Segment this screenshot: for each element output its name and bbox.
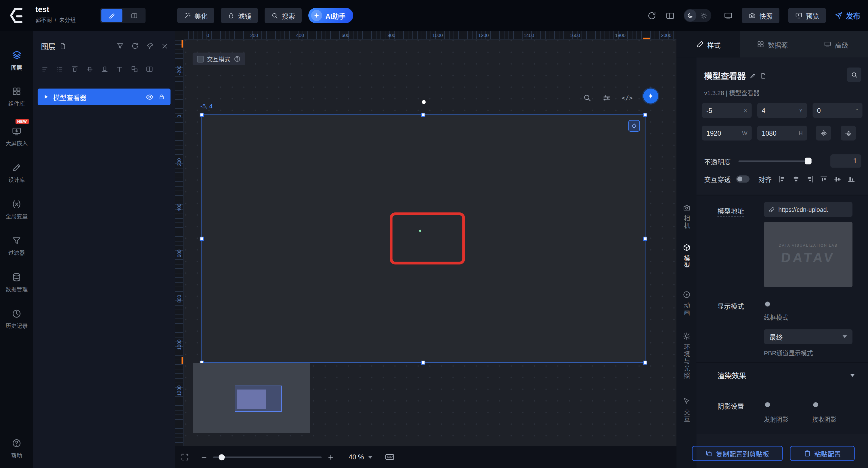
- align-top-icon[interactable]: [71, 65, 79, 73]
- group-name[interactable]: 未分组: [59, 15, 76, 24]
- settings-sliders-icon[interactable]: [602, 93, 611, 102]
- publish-button[interactable]: 发布: [835, 10, 860, 21]
- copy-config-button[interactable]: 复制配置到剪贴板: [692, 446, 783, 461]
- pin-panel-icon[interactable]: [146, 42, 154, 50]
- history-refresh-icon[interactable]: [647, 11, 657, 21]
- align-right-icon[interactable]: [806, 175, 814, 183]
- opacity-slider[interactable]: [739, 160, 812, 162]
- side-tab-model[interactable]: 模型: [677, 243, 696, 269]
- align-bottom-icon[interactable]: [101, 65, 108, 73]
- sidebar-item-design[interactable]: 设计库: [0, 163, 33, 184]
- close-panel-icon[interactable]: [161, 42, 168, 49]
- split-view-icon[interactable]: [146, 65, 153, 73]
- component-doc-icon[interactable]: [760, 72, 767, 79]
- selection-handle[interactable]: [643, 113, 647, 117]
- theme-toggle[interactable]: [684, 9, 711, 22]
- canvas[interactable]: 0 200 400 600 800 1000 1200 1400 1600 18…: [175, 31, 677, 468]
- sidebar-item-components[interactable]: 组件库: [0, 86, 33, 107]
- navigate-compass-button[interactable]: [643, 89, 658, 103]
- zoom-level[interactable]: 40 %: [349, 453, 364, 461]
- rename-pencil-icon[interactable]: [749, 72, 756, 79]
- code-view-icon[interactable]: </>: [622, 94, 632, 101]
- zoom-in-icon[interactable]: [327, 453, 334, 461]
- sidebar-item-history[interactable]: 历史记录: [0, 309, 33, 330]
- zoom-out-icon[interactable]: [200, 453, 208, 461]
- align-left-icon[interactable]: [778, 175, 786, 183]
- render-effects-header[interactable]: 渲染效果: [717, 370, 855, 381]
- zoom-slider[interactable]: [213, 456, 321, 458]
- selection-handle[interactable]: [200, 113, 204, 117]
- help-circle-icon[interactable]: [234, 55, 241, 62]
- side-tab-interaction[interactable]: 交互: [677, 397, 696, 423]
- list-ordered-icon[interactable]: [56, 65, 64, 73]
- minimap-viewport[interactable]: [235, 386, 282, 412]
- vertical-ruler[interactable]: -200 0 200 400 600 800 1000 1200: [175, 40, 184, 446]
- align-top-icon[interactable]: [820, 175, 828, 183]
- screen-artboard[interactable]: -5, 4: [202, 114, 646, 363]
- doc-icon[interactable]: [59, 42, 66, 49]
- rotation-input[interactable]: 0°: [812, 103, 862, 118]
- opacity-slider-knob[interactable]: [805, 158, 812, 164]
- tab-style[interactable]: 样式: [677, 31, 740, 58]
- flip-horizontal-button[interactable]: [816, 126, 831, 141]
- model-address-input[interactable]: https://cdn-upload.: [764, 202, 852, 217]
- snapshot-button[interactable]: 快照: [742, 8, 779, 23]
- sidebar-item-data[interactable]: 数据管理: [0, 272, 33, 293]
- align-middle-icon[interactable]: [86, 65, 93, 73]
- zoom-dropdown-caret-icon[interactable]: [368, 456, 373, 459]
- minimap[interactable]: [193, 363, 310, 433]
- selection-handle[interactable]: [643, 237, 647, 240]
- opacity-value-input[interactable]: 1: [830, 154, 861, 168]
- align-center-horizontal-icon[interactable]: [792, 175, 800, 183]
- component-search-button[interactable]: [847, 68, 861, 82]
- refresh-layers-icon[interactable]: [131, 42, 139, 50]
- paste-config-button[interactable]: 粘贴配置: [790, 446, 855, 461]
- fit-screen-icon[interactable]: [180, 453, 189, 461]
- selection-handle[interactable]: [643, 361, 647, 365]
- sidebar-item-variables[interactable]: 全局变量: [0, 199, 33, 220]
- sidebar-item-embed[interactable]: NEW 大屏嵌入: [0, 126, 33, 147]
- side-tab-animation[interactable]: 动画: [677, 290, 696, 316]
- filter-layers-icon[interactable]: [116, 42, 124, 50]
- height-input[interactable]: 1080H: [757, 126, 807, 141]
- selection-handle[interactable]: [421, 113, 425, 117]
- x-input[interactable]: -5X: [702, 103, 752, 118]
- text-tool-icon[interactable]: [116, 65, 123, 73]
- preview-button[interactable]: 预览: [788, 8, 826, 23]
- beautify-button[interactable]: 美化: [177, 8, 214, 23]
- pass-through-toggle[interactable]: [736, 175, 749, 182]
- ai-assistant-button[interactable]: AI助手: [308, 8, 353, 23]
- zoom-search-icon[interactable]: [583, 93, 592, 102]
- interact-mode-checkbox[interactable]: [197, 56, 204, 62]
- layout-columns-icon[interactable]: [665, 11, 675, 21]
- search-button[interactable]: 搜索: [265, 8, 302, 23]
- tab-datasource[interactable]: 数据源: [740, 31, 804, 58]
- tab-advanced[interactable]: 高级: [804, 31, 868, 58]
- filter-button[interactable]: 滤镜: [221, 8, 258, 23]
- rotation-handle[interactable]: [422, 100, 425, 104]
- model-viewer-placeholder[interactable]: [390, 212, 465, 265]
- split-mode-button[interactable]: [123, 9, 144, 22]
- list-tree-icon[interactable]: [41, 65, 49, 73]
- dark-theme-icon[interactable]: [684, 9, 696, 22]
- layer-item-selected[interactable]: 模型查看器: [38, 89, 170, 105]
- selection-handle[interactable]: [200, 237, 204, 240]
- side-tab-camera[interactable]: 相机: [677, 203, 696, 229]
- interact-mode-pill[interactable]: 交互模式: [193, 53, 245, 65]
- keyboard-shortcuts-icon[interactable]: [385, 452, 395, 462]
- y-input[interactable]: 4Y: [757, 103, 807, 118]
- light-theme-icon[interactable]: [696, 12, 711, 19]
- align-bottom-icon[interactable]: [847, 175, 855, 183]
- width-input[interactable]: 1920W: [702, 126, 752, 141]
- sidebar-item-filters[interactable]: 过滤器: [0, 236, 33, 257]
- sidebar-item-layers[interactable]: 图层: [0, 50, 33, 71]
- selection-handle[interactable]: [421, 361, 425, 365]
- app-logo[interactable]: [8, 5, 28, 25]
- pbr-select[interactable]: 最终: [764, 329, 852, 344]
- zoom-slider-knob[interactable]: [219, 454, 225, 460]
- screen-cast-icon[interactable]: [723, 11, 733, 21]
- sidebar-item-help[interactable]: 帮助: [0, 438, 33, 459]
- horizontal-ruler[interactable]: 0 200 400 600 800 1000 1200 1400 1600 18…: [184, 31, 677, 40]
- side-tab-environment[interactable]: 环境与光照: [677, 332, 696, 380]
- flip-vertical-button[interactable]: [841, 126, 856, 141]
